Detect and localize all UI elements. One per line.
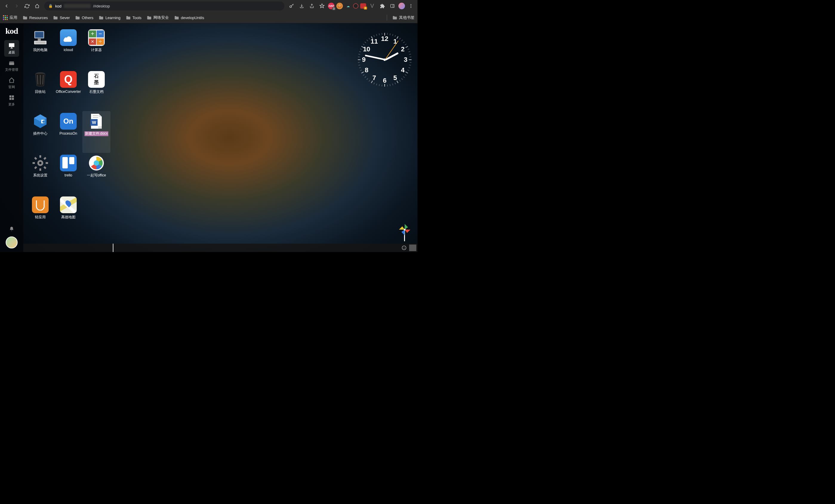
svg-rect-16	[35, 41, 46, 44]
icon-shimo[interactable]: 石墨石墨文档	[82, 69, 110, 111]
svg-rect-25	[44, 157, 46, 160]
svg-rect-10	[9, 98, 12, 100]
ext-circle[interactable]	[353, 3, 359, 9]
home-icon	[8, 77, 15, 84]
bm-develop[interactable]: developUntils	[174, 16, 204, 20]
show-desktop[interactable]	[409, 244, 416, 251]
svg-rect-1	[391, 4, 394, 8]
svg-point-2	[411, 4, 411, 5]
reload-button[interactable]	[23, 2, 31, 10]
svg-rect-8	[9, 95, 12, 97]
desktop-icons-grid: 我的电脑 icloud +−×÷计算器 回收站 QOfficeConverter…	[26, 27, 110, 237]
icon-icloud[interactable]: icloud	[54, 27, 82, 69]
desktop-area[interactable]: kod 桌面 文件管理 官网 更多 我的电脑 icloud +−×÷计算器 回收…	[0, 23, 418, 252]
icon-yiqixie[interactable]: 一起写office	[82, 153, 110, 195]
menu-icon[interactable]	[407, 2, 415, 10]
star-icon[interactable]	[318, 2, 326, 10]
sidebar-desktop[interactable]: 桌面	[4, 40, 19, 57]
info-icon[interactable]	[400, 244, 408, 251]
ext-cookie[interactable]: 🍪	[336, 3, 343, 9]
bm-security[interactable]: 网络安全	[147, 15, 169, 20]
svg-rect-22	[39, 168, 41, 171]
profile-avatar[interactable]	[399, 3, 405, 9]
clock-center	[384, 59, 386, 61]
svg-rect-6	[9, 61, 14, 62]
svg-point-30	[94, 160, 99, 166]
svg-text:W: W	[92, 120, 96, 125]
svg-rect-26	[34, 166, 37, 169]
notifications-icon[interactable]	[9, 226, 14, 232]
icon-my-computer[interactable]: 我的电脑	[26, 27, 54, 69]
icon-lightapp[interactable]: 轻应用	[26, 195, 54, 237]
ext-red[interactable]: 8	[360, 3, 366, 9]
svg-rect-11	[12, 98, 14, 100]
monitor-icon	[8, 42, 15, 49]
sidebar-more[interactable]: 更多	[4, 92, 19, 109]
bm-learning[interactable]: Learning	[99, 16, 121, 20]
svg-rect-13	[36, 32, 43, 37]
bm-resources[interactable]: Resources	[23, 16, 48, 20]
url-host: kod	[55, 4, 61, 8]
key-icon[interactable]	[287, 2, 296, 10]
browser-toolbar: 🔒 kod /#desktop ABP3 🍪 ☁ 8 V	[0, 0, 418, 12]
bm-others[interactable]: Others	[75, 16, 94, 20]
bm-tools[interactable]: Tools	[126, 16, 141, 20]
taskbar-separator	[113, 244, 114, 252]
address-bar[interactable]: 🔒 kod /#desktop	[44, 1, 284, 11]
ext-abp[interactable]: ABP3	[328, 3, 334, 9]
url-blurred	[64, 4, 91, 8]
pinwheel-decoration[interactable]	[398, 223, 411, 241]
svg-point-4	[411, 7, 411, 8]
ext-vue[interactable]: V	[368, 2, 376, 10]
browser-chrome: 🔒 kod /#desktop ABP3 🍪 ☁ 8 V 应用 Resource…	[0, 0, 418, 23]
icon-processon[interactable]: OnProcessOn	[54, 111, 82, 153]
grid-icon	[8, 94, 15, 101]
lock-icon: 🔒	[48, 4, 53, 8]
icon-recycle-bin[interactable]: 回收站	[26, 69, 54, 111]
other-bookmarks[interactable]: 其他书签	[392, 15, 414, 20]
icon-new-docx[interactable]: W新建文件.docx	[82, 111, 110, 153]
svg-rect-21	[39, 155, 41, 158]
home-button[interactable]	[33, 2, 41, 10]
user-avatar[interactable]	[6, 237, 18, 248]
icon-calculator[interactable]: +−×÷计算器	[82, 27, 110, 69]
svg-point-32	[404, 229, 406, 230]
forward-button[interactable]	[13, 2, 21, 10]
svg-rect-5	[9, 43, 14, 47]
apps-shortcut[interactable]: 应用	[3, 15, 17, 20]
analog-clock-widget[interactable]: 121234567891011	[358, 33, 411, 86]
icon-amap[interactable]: 高德地图	[54, 195, 82, 237]
install-icon[interactable]	[298, 2, 306, 10]
icon-trello[interactable]: trello	[54, 153, 82, 195]
svg-point-0	[290, 6, 291, 7]
sidebar-website[interactable]: 官网	[4, 75, 19, 92]
svg-point-3	[411, 6, 411, 6]
icon-office-converter[interactable]: QOfficeConverter	[54, 69, 82, 111]
apps-grid-icon	[3, 15, 8, 20]
bookmarks-bar: 应用 Resources Sever Others Learning Tools…	[0, 12, 418, 23]
svg-rect-14	[38, 39, 41, 41]
icon-plugin-center[interactable]: 插件中心	[26, 111, 54, 153]
svg-rect-7	[9, 62, 14, 65]
desktop-taskbar	[23, 244, 418, 252]
kod-logo[interactable]: kod	[5, 26, 18, 36]
icon-settings[interactable]: 系统设置	[26, 153, 54, 195]
ext-cloud[interactable]: ☁	[345, 3, 351, 9]
url-path: /#desktop	[93, 4, 110, 8]
minute-hand	[365, 55, 386, 60]
sidebar-files[interactable]: 文件管理	[4, 57, 19, 74]
back-button[interactable]	[2, 2, 11, 10]
svg-rect-27	[34, 157, 37, 160]
folder-stack-icon	[8, 60, 15, 66]
svg-rect-23	[33, 162, 35, 164]
svg-rect-9	[12, 95, 14, 97]
bm-sever[interactable]: Sever	[53, 16, 70, 20]
sidepanel-icon[interactable]	[388, 2, 396, 10]
extensions-icon[interactable]	[378, 2, 386, 10]
share-icon[interactable]	[308, 2, 316, 10]
svg-rect-24	[46, 162, 48, 164]
app-sidebar: kod 桌面 文件管理 官网 更多	[0, 23, 23, 252]
svg-rect-28	[44, 166, 46, 169]
